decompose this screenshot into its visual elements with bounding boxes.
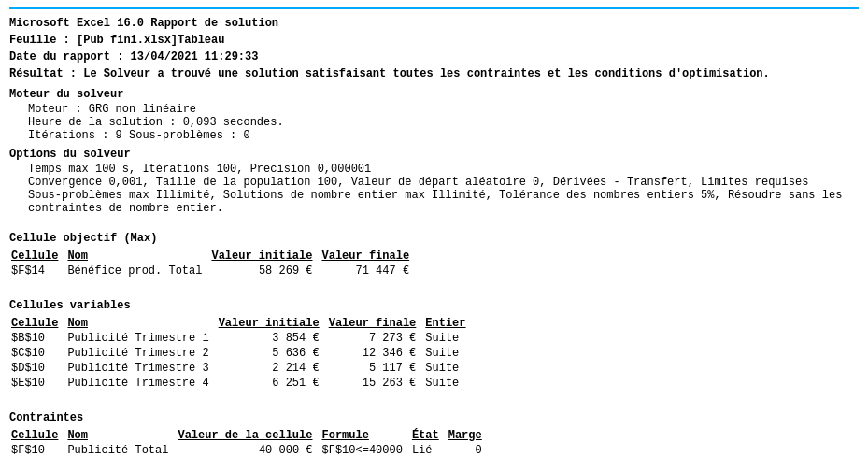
cell-entier: Suite — [423, 331, 473, 346]
cell-nom: Publicité Trimestre 3 — [65, 361, 216, 376]
cellules-variables-title: Cellules variables — [9, 299, 859, 312]
cell-marge: 0 — [447, 443, 490, 458]
col-val-fin-obj: Valeur finale — [320, 249, 417, 264]
contraintes-section: Contraintes Cellule Nom Valeur de la cel… — [9, 411, 859, 458]
top-border-line — [9, 7, 859, 9]
cell-nom: Publicité Trimestre 1 — [65, 331, 216, 346]
cell-cellule: $B$10 — [9, 331, 65, 346]
cell-val-init: 2 214 € — [217, 361, 327, 376]
cell-cellule: $F$10 — [9, 443, 65, 458]
cell-nom: Publicité Total — [65, 443, 176, 458]
col-nom-con: Nom — [65, 428, 176, 443]
cell-nom: Bénéfice prod. Total — [65, 264, 209, 278]
col-etat-con: État — [410, 428, 447, 443]
options-line1: Temps max 100 s, Itérations 100, Precisi… — [28, 163, 859, 176]
table-row: $F$10 Publicité Total 40 000 € $F$10<=40… — [9, 443, 490, 458]
cellules-variables-table: Cellule Nom Valeur initiale Valeur final… — [9, 316, 474, 391]
moteur-line2: Heure de la solution : 0,093 secondes. — [28, 116, 859, 129]
col-valcell-con: Valeur de la cellule — [176, 428, 320, 443]
moteur-body: Moteur : GRG non linéaire Heure de la so… — [28, 103, 859, 142]
cell-val-init: 58 269 € — [209, 264, 320, 278]
cell-val-fin: 5 117 € — [327, 361, 424, 376]
cell-entier: Suite — [423, 361, 473, 376]
table-row: $C$10 Publicité Trimestre 2 5 636 € 12 3… — [9, 346, 474, 361]
col-cellule-var: Cellule — [9, 316, 65, 331]
options-line3: Sous-problèmes max Illimité, Solutions d… — [28, 189, 859, 215]
cell-val-fin: 15 263 € — [327, 376, 424, 391]
cellule-objectif-section: Cellule objectif (Max) Cellule Nom Valeu… — [9, 232, 859, 278]
col-nom-obj: Nom — [65, 249, 209, 264]
col-cellule-con: Cellule — [9, 428, 65, 443]
cell-val-fin: 12 346 € — [327, 346, 424, 361]
col-cellule-obj: Cellule — [9, 249, 65, 264]
cell-val-init: 3 854 € — [217, 331, 327, 346]
cell-entier: Suite — [423, 346, 473, 361]
moteur-line3: Itérations : 9 Sous-problèmes : 0 — [28, 129, 859, 142]
cellule-objectif-table: Cellule Nom Valeur initiale Valeur final… — [9, 249, 417, 278]
col-marge-con: Marge — [447, 428, 490, 443]
cellules-variables-section: Cellules variables Cellule Nom Valeur in… — [9, 299, 859, 391]
header-block: Microsoft Excel 16.0 Rapport de solution… — [9, 15, 859, 82]
table-row: $B$10 Publicité Trimestre 1 3 854 € 7 27… — [9, 331, 474, 346]
options-body: Temps max 100 s, Itérations 100, Precisi… — [28, 163, 859, 215]
cell-cellule: $C$10 — [9, 346, 65, 361]
header-line2: Feuille : [Pub fini.xlsx]Tableau — [9, 32, 859, 49]
col-formule-con: Formule — [320, 428, 409, 443]
header-line4: Résultat : Le Solveur a trouvé une solut… — [9, 65, 859, 82]
contraintes-table: Cellule Nom Valeur de la cellule Formule… — [9, 428, 490, 458]
cell-nom: Publicité Trimestre 2 — [65, 346, 216, 361]
table-row: $E$10 Publicité Trimestre 4 6 251 € 15 2… — [9, 376, 474, 391]
header-line3: Date du rapport : 13/04/2021 11:29:33 — [9, 49, 859, 65]
cell-val-init: 5 636 € — [217, 346, 327, 361]
cell-etat: Lié — [410, 443, 447, 458]
table-row: $F$14 Bénéfice prod. Total 58 269 € 71 4… — [9, 264, 417, 278]
col-entier-var: Entier — [423, 316, 473, 331]
col-nom-var: Nom — [65, 316, 216, 331]
header-line1: Microsoft Excel 16.0 Rapport de solution — [9, 15, 859, 32]
cell-nom: Publicité Trimestre 4 — [65, 376, 216, 391]
moteur-title: Moteur du solveur — [9, 88, 859, 101]
col-val-init-var: Valeur initiale — [217, 316, 327, 331]
cell-valcell: 40 000 € — [176, 443, 320, 458]
moteur-line1: Moteur : GRG non linéaire — [28, 103, 859, 116]
col-val-init-obj: Valeur initiale — [209, 249, 320, 264]
table-row: $D$10 Publicité Trimestre 3 2 214 € 5 11… — [9, 361, 474, 376]
cell-val-fin: 71 447 € — [320, 264, 417, 278]
cell-val-init: 6 251 € — [217, 376, 327, 391]
col-val-fin-var: Valeur finale — [327, 316, 424, 331]
cell-cellule: $D$10 — [9, 361, 65, 376]
cellule-objectif-title: Cellule objectif (Max) — [9, 232, 859, 245]
contraintes-title: Contraintes — [9, 411, 859, 424]
options-title: Options du solveur — [9, 148, 859, 161]
cell-entier: Suite — [423, 376, 473, 391]
cell-val-fin: 7 273 € — [327, 331, 424, 346]
cell-cellule: $E$10 — [9, 376, 65, 391]
cell-cellule: $F$14 — [9, 264, 65, 278]
cell-formule: $F$10<=40000 — [320, 443, 409, 458]
options-line2: Convergence 0,001, Taille de la populati… — [28, 176, 859, 189]
